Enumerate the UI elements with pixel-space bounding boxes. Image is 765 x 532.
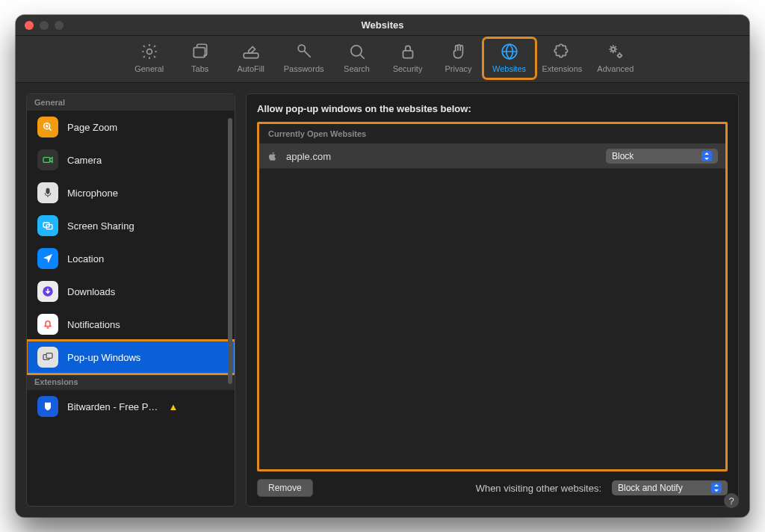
sidebar-section-extensions: Extensions [27,374,235,390]
help-button[interactable]: ? [724,493,739,508]
camera-icon [37,149,58,170]
sidebar: General Page Zoom Camera [26,93,235,507]
chevron-updown-icon [711,483,722,493]
list-body [259,169,725,469]
sidebar-section-general: General [27,94,235,111]
svg-rect-11 [46,188,49,194]
sidebar-scrollbar[interactable] [228,118,232,498]
globe-icon [500,42,519,61]
body: General Page Zoom Camera [16,83,749,517]
location-icon [37,248,58,269]
scrollbar-thumb[interactable] [228,118,232,384]
tab-websites[interactable]: Websites [484,39,535,78]
svg-rect-1 [193,48,205,58]
svg-rect-10 [43,158,50,163]
preferences-window: Websites General Tabs AutoFill Passwords… [16,15,749,517]
svg-point-0 [146,49,152,55]
sidebar-item-location[interactable]: Location [27,242,235,275]
default-setting-label: When visiting other websites: [476,483,601,494]
notifications-icon [37,314,58,335]
sidebar-item-screen-sharing[interactable]: Screen Sharing [27,209,235,242]
tab-privacy[interactable]: Privacy [433,39,484,78]
svg-rect-2 [244,53,258,58]
tab-tabs[interactable]: Tabs [175,39,226,78]
sidebar-item-camera[interactable]: Camera [27,143,235,176]
lock-icon [398,42,418,61]
svg-point-3 [298,45,305,52]
svg-point-4 [350,46,361,56]
apple-favicon [267,150,279,162]
key-icon [294,42,314,61]
svg-point-8 [618,54,621,57]
bitwarden-icon [37,396,58,417]
downloads-icon [37,281,58,302]
sidebar-item-microphone[interactable]: Microphone [27,176,235,209]
tab-general[interactable]: General [124,39,175,78]
tab-advanced[interactable]: Advanced [589,39,641,78]
warning-icon: ▲ [168,401,178,412]
pencil-icon [241,42,261,61]
toolbar: General Tabs AutoFill Passwords Search S… [16,36,749,83]
tabs-icon [191,42,210,61]
screen-sharing-icon [37,215,58,236]
page-zoom-icon [37,117,58,137]
website-row[interactable]: apple.com Block [259,144,725,169]
gear-icon [140,42,159,61]
websites-list: Currently Open Websites apple.com Block [257,122,728,471]
svg-rect-16 [46,353,52,359]
content-footer: Remove When visiting other websites: Blo… [257,479,728,497]
tab-extensions[interactable]: Extensions [535,39,590,78]
default-setting-select[interactable]: Block and Notify [612,480,728,495]
content-panel: Allow pop-up windows on the websites bel… [246,93,739,507]
remove-button[interactable]: Remove [257,479,313,497]
search-icon [347,42,367,61]
svg-point-7 [611,47,615,51]
sidebar-item-downloads[interactable]: Downloads [27,275,235,308]
sidebar-item-bitwarden[interactable]: Bitwarden - Free P… ▲ [27,390,235,423]
website-setting-select[interactable]: Block [606,149,718,164]
sidebar-item-page-zoom[interactable]: Page Zoom [27,111,235,143]
tab-security[interactable]: Security [382,39,433,78]
sidebar-item-popup-windows[interactable]: Pop-up Windows [27,341,235,374]
puzzle-icon [552,42,572,61]
list-header: Currently Open Websites [259,124,725,144]
sidebar-scroll: Page Zoom Camera Microphone [27,111,235,506]
popup-windows-icon [37,347,58,368]
hand-icon [449,42,468,61]
tab-search[interactable]: Search [332,39,382,78]
gears-icon [606,42,625,61]
microphone-icon [37,182,58,203]
svg-rect-5 [403,51,412,58]
titlebar: Websites [16,15,749,36]
window-title: Websites [16,19,749,31]
sidebar-item-notifications[interactable]: Notifications [27,308,235,341]
tab-passwords[interactable]: Passwords [276,39,332,78]
tab-autofill[interactable]: AutoFill [226,39,276,78]
website-domain: apple.com [286,151,598,162]
chevron-updown-icon [701,151,712,161]
content-heading: Allow pop-up windows on the websites bel… [257,103,728,114]
